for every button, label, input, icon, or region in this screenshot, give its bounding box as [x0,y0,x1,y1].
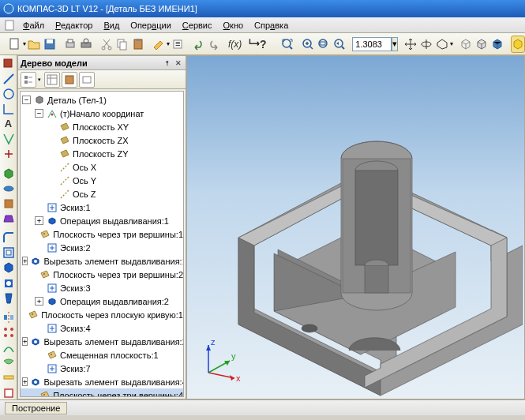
tree-item-11[interactable]: Смещенная плоскость:1 [21,348,183,362]
line-tool[interactable] [2,72,16,85]
loft-tool[interactable] [2,212,16,225]
undo-button[interactable] [191,36,205,53]
tree-origin[interactable]: −(т)Начало координат [21,107,183,120]
perspective-button[interactable] [511,36,525,53]
text-tool[interactable]: A [2,117,16,130]
sketch-tool[interactable] [2,386,16,399]
svg-point-56 [34,381,37,384]
tree-item-10[interactable]: +Вырезать элемент выдавливания:2 [21,335,183,348]
tree-mode-1-button[interactable] [21,72,36,88]
svg-text:x: x [236,373,241,383]
circle-tool[interactable] [2,87,16,100]
tree-mode-3-button[interactable] [62,72,77,88]
tree-plane-3[interactable]: Ось X [21,160,183,174]
revolve-tool[interactable] [2,182,16,195]
svg-point-49 [43,273,45,275]
svg-rect-42 [66,76,73,84]
tree-plane-0[interactable]: Плоскость XY [21,120,183,133]
zoom-prev-button[interactable] [332,36,347,53]
3d-viewport[interactable]: x y z [186,55,525,399]
tree-item-5[interactable]: Плоскость через три вершины:2 [21,268,183,281]
edit-tool[interactable] [2,57,16,70]
fillet-tool[interactable] [2,231,16,245]
tree-item-3[interactable]: Эскиз:2 [21,241,183,254]
orient-button[interactable] [435,36,449,53]
move-button[interactable] [403,36,418,53]
open-button[interactable] [27,36,41,53]
zoom-fit-button[interactable] [280,36,294,53]
wireframe-button[interactable] [459,36,473,53]
extrude-tool[interactable] [2,167,16,180]
menu-window[interactable]: Окно [218,19,249,32]
tree-item-13[interactable]: +Вырезать элемент выдавливания:4 [21,375,183,388]
print-preview-button[interactable] [63,36,77,53]
tree-item-12[interactable]: Эскиз:7 [21,362,183,375]
shell-tool[interactable] [2,246,16,260]
menu-help[interactable]: Справка [249,19,294,32]
copy-button[interactable] [115,36,129,53]
paste-button[interactable] [131,36,145,53]
menu-service[interactable]: Сервис [177,19,218,32]
arc-tool[interactable] [2,102,16,115]
svg-point-25 [4,186,13,191]
shaded-button[interactable] [490,36,504,53]
dim-tool[interactable] [2,132,16,145]
variables-button[interactable]: ≡ [171,36,185,53]
pattern-tool[interactable] [2,326,16,339]
menu-view[interactable]: Вид [98,19,125,32]
panel-title: Дерево модели [21,58,88,68]
tree-item-7[interactable]: +Операция выдавливания:2 [21,294,183,308]
tree-plane-4[interactable]: Ось Y [21,174,183,187]
new-doc-button[interactable] [8,36,22,53]
svg-point-36 [10,334,13,337]
tree-mode-2-button[interactable] [44,72,60,88]
zoom-in-button[interactable] [301,36,315,53]
panel-close-button[interactable]: ✕ [174,58,183,68]
tree-item-6[interactable]: Эскиз:3 [21,281,183,294]
zoom-input[interactable] [352,37,392,51]
menu-file[interactable]: Файл [17,19,50,32]
symbol-tool[interactable] [2,147,16,160]
tree-mode-4-button[interactable] [79,72,95,88]
tree-item-8[interactable]: Плоскость через плоскую кривую:1 [21,308,183,321]
mirror-tool[interactable] [2,311,16,324]
menu-operations[interactable]: Операции [125,19,176,32]
tree-item-9[interactable]: Эскиз:4 [21,321,183,335]
tree-item-1[interactable]: +Операция выдавливания:1 [21,214,183,227]
tree-item-4[interactable]: +Вырезать элемент выдавливания:1 [21,254,183,268]
curve-tool[interactable] [2,341,16,354]
tree-plane-5[interactable]: Ось Z [21,187,183,201]
svg-point-0 [4,4,13,13]
zoom-dropdown-button[interactable]: ▾ [392,37,398,51]
zoom-window-button[interactable] [317,36,331,53]
properties-button[interactable] [152,36,166,53]
print-button[interactable] [79,36,93,53]
tree-plane-1[interactable]: Плоскость ZX [21,133,183,147]
hole-tool[interactable] [2,276,16,290]
draft-tool[interactable] [2,291,16,305]
hidden-lines-button[interactable] [474,36,489,53]
measure-tool[interactable] [2,371,16,384]
menu-edit[interactable]: Редактор [50,19,98,32]
svg-rect-73 [355,171,398,265]
svg-point-75 [302,324,317,332]
help-pointer-button[interactable]: ⮡? [249,36,266,53]
surface-tool[interactable] [2,356,16,369]
rib-tool[interactable] [2,261,16,275]
cut-button[interactable] [99,36,114,53]
tree-item-0[interactable]: Эскиз:1 [21,201,183,214]
tree-root[interactable]: −Деталь (Тел-1) [21,93,183,107]
model-tree[interactable]: −Деталь (Тел-1)−(т)Начало координатПлоск… [20,91,184,397]
sweep-tool[interactable] [2,197,16,210]
axis-gizmo: x y z [197,337,244,384]
save-button[interactable] [43,36,57,53]
menu-bar: Файл Редактор Вид Операции Сервис Окно С… [0,17,525,33]
tree-item-14[interactable]: Плоскость через три вершины:4 [21,388,183,397]
svg-text:≡: ≡ [175,39,180,48]
redo-button[interactable] [207,36,221,53]
panel-pin-button[interactable]: ⫯ [163,58,172,68]
fx-button[interactable]: f(x) [227,36,242,53]
rotate-button[interactable] [419,36,433,53]
tree-plane-2[interactable]: Плоскость ZY [21,147,183,160]
tree-item-2[interactable]: Плоскость через три вершины:1 [21,227,183,241]
